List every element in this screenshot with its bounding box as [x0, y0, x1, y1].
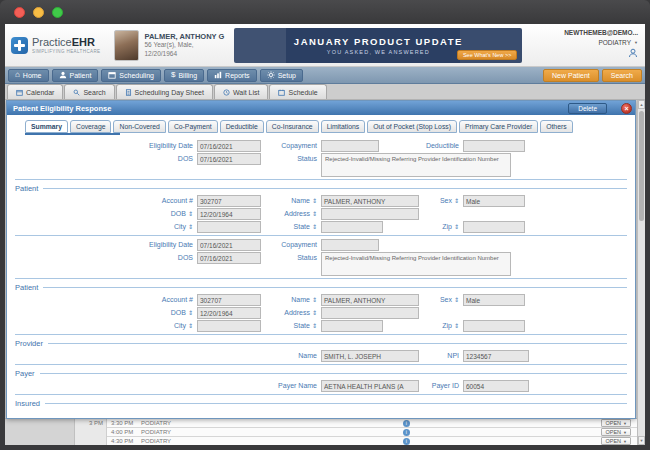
subtab-search[interactable]: Search	[64, 84, 114, 99]
copayment-field[interactable]	[321, 239, 379, 251]
state-field[interactable]	[321, 320, 383, 332]
zip-field[interactable]	[463, 221, 525, 233]
payer-id-label: Payer ID	[421, 380, 463, 389]
patient-photo	[114, 30, 139, 61]
copayment-label: Copayment	[261, 140, 321, 149]
copayment-field[interactable]	[321, 140, 379, 152]
dos-field[interactable]	[197, 153, 261, 165]
slot-status-dropdown[interactable]: OPEN▼	[601, 428, 631, 436]
subtab-schedule[interactable]: Schedule	[269, 84, 326, 99]
subtab-calendar[interactable]: Calendar	[7, 84, 63, 99]
state-label: State⇕	[261, 320, 321, 329]
nav-home[interactable]: ⌂ Home	[8, 69, 49, 82]
address-field[interactable]	[321, 307, 419, 319]
vertical-scrollbar[interactable]: ▲ ▼	[637, 100, 645, 445]
nav-reports[interactable]: Reports	[207, 69, 257, 82]
specialty-dropdown[interactable]: PODIATRY ▼	[564, 39, 638, 46]
npi-field[interactable]	[463, 350, 529, 362]
summary-form: Eligibility Date Copayment Deductible DO…	[7, 135, 635, 408]
city-field[interactable]	[197, 320, 261, 332]
account-field[interactable]	[197, 294, 261, 306]
eligibility-date-field[interactable]	[197, 239, 261, 251]
scrollbar-thumb[interactable]	[639, 111, 644, 221]
close-icon[interactable]: ×	[621, 103, 632, 114]
zip-field[interactable]	[463, 320, 525, 332]
nav-scheduling[interactable]: Scheduling	[101, 69, 161, 82]
dob-field[interactable]	[197, 208, 261, 220]
tab-co-insurance[interactable]: Co-Insurance	[266, 120, 319, 133]
payer-name-field[interactable]	[321, 380, 419, 392]
slot-status-dropdown[interactable]: OPEN▼	[601, 437, 631, 445]
deductible-field[interactable]	[463, 140, 525, 152]
sex-field[interactable]	[463, 294, 525, 306]
user-profile-icon[interactable]	[564, 48, 638, 58]
scheduling-subtabs: Calendar Search Scheduling Day Sheet Wai…	[5, 84, 645, 100]
subtab-wait-list[interactable]: Wait List	[214, 84, 269, 99]
new-patient-button[interactable]: New Patient	[543, 69, 599, 82]
lookup-icon: ⇕	[454, 223, 459, 230]
window-zoom-button[interactable]	[52, 7, 63, 18]
dob-label: DOB⇕	[15, 208, 197, 217]
tab-out-of-pocket[interactable]: Out of Pocket (Stop Loss)	[367, 120, 457, 133]
dos-field[interactable]	[197, 252, 261, 264]
logo-tagline: SIMPLIFYING HEALTHCARE	[32, 49, 100, 54]
nav-billing[interactable]: $ Billing	[164, 69, 204, 82]
tab-limitations[interactable]: Limitations	[321, 120, 366, 133]
slot-status-dropdown[interactable]: OPEN▼	[601, 419, 631, 427]
gear-icon	[267, 71, 275, 79]
dob-field[interactable]	[197, 307, 261, 319]
account-field[interactable]	[197, 195, 261, 207]
tab-deductible[interactable]: Deductible	[220, 120, 264, 133]
sex-field[interactable]	[463, 195, 525, 207]
payer-id-field[interactable]	[463, 380, 529, 392]
status-field[interactable]: Rejected-Invalid/Missing Referring Provi…	[321, 252, 511, 276]
address-field[interactable]	[321, 208, 419, 220]
section-divider	[15, 235, 627, 236]
banner-subtitle: YOU ASKED, WE ANSWERED	[327, 49, 430, 55]
tab-primary-care-provider[interactable]: Primary Care Provider	[459, 120, 538, 133]
lookup-icon: ⇕	[454, 322, 459, 329]
provider-name-label: Name	[261, 350, 321, 359]
delete-button[interactable]: Delete	[568, 103, 607, 114]
tab-summary[interactable]: Summary	[25, 120, 68, 133]
sex-label: Sex⇕	[421, 195, 463, 204]
appointment-info-icon[interactable]: i	[403, 429, 410, 436]
tab-others[interactable]: Others	[540, 120, 572, 133]
nav-patient[interactable]: Patient	[52, 69, 99, 82]
window-close-button[interactable]	[14, 7, 25, 18]
tab-non-covered[interactable]: Non-Covered	[113, 120, 165, 133]
lookup-icon: ⇕	[188, 210, 193, 217]
appointment-info-icon[interactable]: i	[403, 420, 410, 427]
schedule-row[interactable]: 4:30 PM PODIATRY i OPEN▼	[107, 437, 637, 445]
section-divider	[15, 278, 627, 279]
tab-co-payment[interactable]: Co-Payment	[168, 120, 218, 133]
scroll-up-icon[interactable]: ▲	[638, 100, 645, 109]
zip-label: Zip⇕	[421, 320, 463, 329]
schedule-row[interactable]: 3:30 PM PODIATRY i OPEN▼	[107, 419, 637, 428]
active-patient-chip[interactable]: PALMER, ANTHONY G 56 Year(s), Male, 12/2…	[114, 30, 224, 61]
banner-cta-button[interactable]: See What's New >>	[457, 50, 517, 60]
name-field[interactable]	[321, 195, 419, 207]
name-field[interactable]	[321, 294, 419, 306]
eligibility-date-field[interactable]	[197, 140, 261, 152]
app-header: PracticeEHR SIMPLIFYING HEALTHCARE PALME…	[5, 24, 645, 67]
subtab-scheduling-day-sheet[interactable]: Scheduling Day Sheet	[116, 84, 213, 99]
product-update-banner[interactable]: JANUARY PRODUCT UPDATE YOU ASKED, WE ANS…	[234, 28, 522, 63]
tab-coverage[interactable]: Coverage	[70, 120, 111, 133]
state-field[interactable]	[321, 221, 383, 233]
document-icon	[125, 89, 132, 96]
practice-ehr-logo[interactable]: PracticeEHR SIMPLIFYING HEALTHCARE	[11, 37, 100, 54]
eligibility-date-label: Eligibility Date	[15, 239, 197, 248]
status-field[interactable]: Rejected-Invalid/Missing Referring Provi…	[321, 153, 511, 177]
window-minimize-button[interactable]	[33, 7, 44, 18]
section-divider	[15, 334, 627, 335]
city-field[interactable]	[197, 221, 261, 233]
nav-setup[interactable]: Setup	[260, 69, 303, 82]
appointment-info-icon[interactable]: i	[403, 438, 410, 445]
provider-name-field[interactable]	[321, 350, 419, 362]
scroll-down-icon[interactable]: ▼	[638, 436, 645, 445]
patient-dob: 12/20/1964	[144, 50, 224, 58]
lookup-icon: ⇕	[312, 210, 317, 217]
schedule-row[interactable]: 4:00 PM PODIATRY i OPEN▼	[107, 428, 637, 437]
search-button[interactable]: Search	[602, 69, 642, 82]
